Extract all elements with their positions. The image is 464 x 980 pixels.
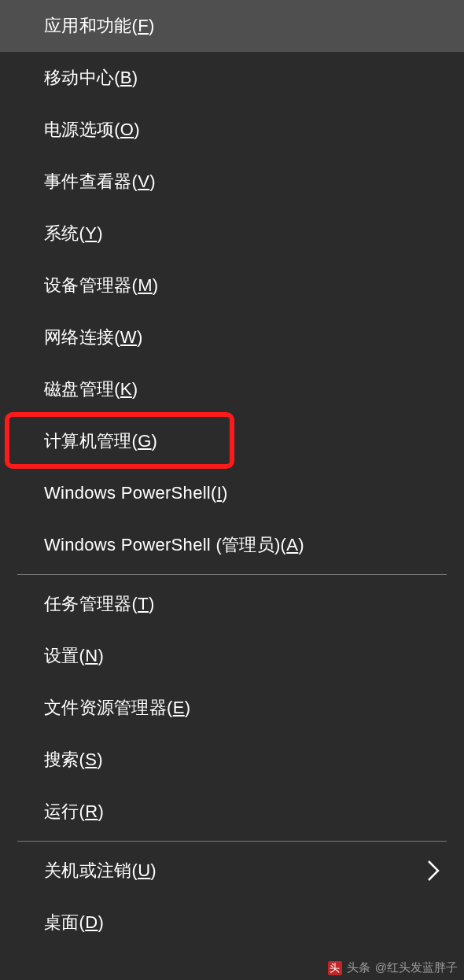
winx-menu: 应用和功能(F)移动中心(B)电源选项(O)事件查看器(V)系统(Y)设备管理器…	[0, 0, 464, 949]
watermark-prefix: 头条	[347, 960, 370, 975]
menu-item-label: 磁盘管理(K)	[44, 378, 138, 401]
menu-desktop[interactable]: 桌面(D)	[0, 897, 464, 949]
menu-search[interactable]: 搜索(S)	[0, 734, 464, 786]
menu-item-label: 文件资源管理器(E)	[44, 696, 190, 720]
menu-separator	[17, 574, 447, 575]
menu-event-viewer[interactable]: 事件查看器(V)	[0, 156, 464, 208]
watermark: 头 头条 @红头发蓝胖子	[328, 960, 458, 975]
menu-disk-management[interactable]: 磁盘管理(K)	[0, 363, 464, 415]
menu-item-label: 移动中心(B)	[44, 66, 138, 90]
menu-item-label: 任务管理器(T)	[44, 592, 155, 616]
menu-item-label: 设备管理器(M)	[44, 274, 158, 297]
menu-run[interactable]: 运行(R)	[0, 786, 464, 838]
watermark-author: @红头发蓝胖子	[375, 960, 458, 975]
menu-computer-management[interactable]: 计算机管理(G)	[0, 415, 464, 467]
menu-task-manager[interactable]: 任务管理器(T)	[0, 578, 464, 630]
menu-item-label: 网络连接(W)	[44, 326, 143, 349]
menu-item-label: 电源选项(O)	[44, 118, 140, 142]
menu-item-label: 搜索(S)	[44, 748, 103, 772]
menu-device-manager[interactable]: 设备管理器(M)	[0, 260, 464, 311]
menu-item-label: Windows PowerShell(I)	[44, 483, 228, 503]
watermark-icon: 头	[328, 961, 342, 975]
menu-network-connections[interactable]: 网络连接(W)	[0, 311, 464, 363]
menu-item-label: 事件查看器(V)	[44, 170, 156, 193]
menu-mobility-center[interactable]: 移动中心(B)	[0, 52, 464, 104]
menu-item-label: 应用和功能(F)	[44, 14, 155, 38]
menu-item-label: 计算机管理(G)	[44, 429, 157, 453]
menu-settings[interactable]: 设置(N)	[0, 630, 464, 682]
menu-item-label: 系统(Y)	[44, 222, 103, 245]
menu-shutdown-signout[interactable]: 关机或注销(U)	[0, 845, 464, 897]
chevron-right-icon	[426, 859, 440, 882]
menu-apps-features[interactable]: 应用和功能(F)	[0, 0, 464, 52]
menu-power-options[interactable]: 电源选项(O)	[0, 104, 464, 156]
menu-powershell-admin[interactable]: Windows PowerShell (管理员)(A)	[0, 519, 464, 571]
menu-separator	[17, 841, 447, 842]
menu-item-label: 运行(R)	[44, 800, 104, 823]
menu-item-label: Windows PowerShell (管理员)(A)	[44, 533, 304, 557]
menu-item-label: 桌面(D)	[44, 911, 104, 934]
menu-file-explorer[interactable]: 文件资源管理器(E)	[0, 682, 464, 734]
menu-item-label: 关机或注销(U)	[44, 859, 157, 882]
menu-system[interactable]: 系统(Y)	[0, 208, 464, 260]
menu-powershell[interactable]: Windows PowerShell(I)	[0, 467, 464, 519]
menu-item-label: 设置(N)	[44, 644, 104, 668]
